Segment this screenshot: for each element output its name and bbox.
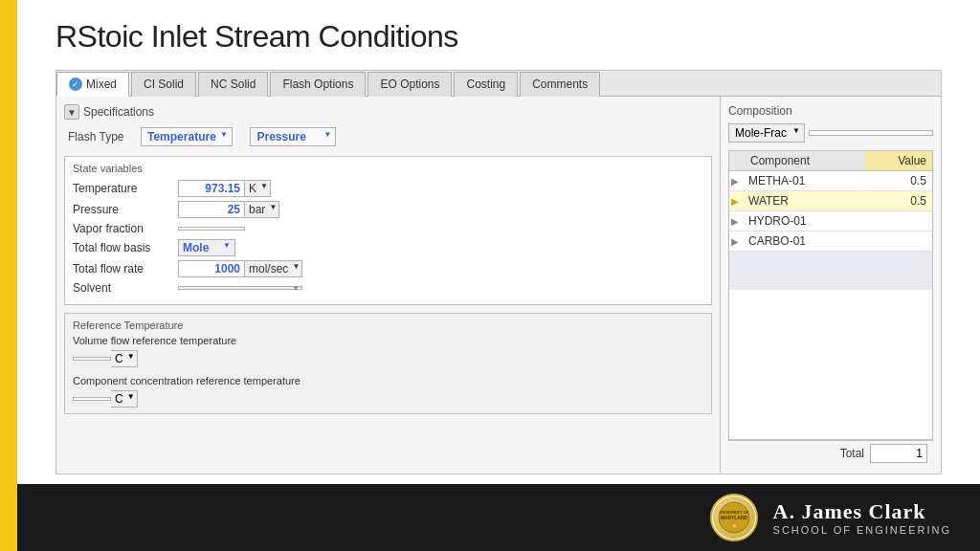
tab-ci-solid[interactable]: CI Solid (131, 72, 196, 97)
vapor-fraction-input[interactable] (178, 227, 245, 231)
comp-value-1[interactable]: 0.5 (865, 191, 932, 210)
comp-arrow-1: ▶ (729, 196, 745, 207)
comp-name-1: WATER (745, 191, 865, 210)
composition-section: Composition Mole-Frac Component Value ▶ … (721, 97, 941, 474)
state-variables-group: State variables Temperature 973.15 K Pre… (64, 156, 712, 305)
composition-type-dropdown[interactable]: Mole-Frac (728, 123, 805, 143)
temperature-row: Temperature 973.15 K (73, 180, 703, 197)
yellow-bar (0, 0, 17, 551)
tab-nc-solid[interactable]: NC Solid (198, 72, 268, 97)
reference-temperature-label: Reference Temperature (73, 320, 703, 331)
solvent-row: Solvent ▼ (73, 281, 703, 295)
comp-row-hydro01[interactable]: ▶ HYDRO-01 (729, 211, 932, 231)
flash-type-row: Flash Type Temperature Pressure (64, 127, 712, 146)
total-flow-rate-input[interactable]: 1000 (178, 260, 245, 277)
tab-comments[interactable]: Comments (520, 72, 600, 97)
vapor-fraction-row: Vapor fraction (73, 222, 703, 235)
comp-conc-ref-label: Component concentration reference temper… (73, 375, 703, 386)
pressure-type-dropdown[interactable]: Pressure (250, 127, 336, 146)
comp-arrow-0: ▶ (729, 176, 745, 187)
total-label: Total (840, 447, 864, 460)
pressure-input[interactable]: 25 (178, 201, 245, 218)
tab-mixed[interactable]: ✓ Mixed (56, 72, 129, 97)
vol-flow-ref-unit[interactable]: C (111, 350, 138, 367)
vol-flow-ref-input[interactable] (73, 357, 111, 361)
component-column-header: Component (745, 151, 865, 170)
vapor-fraction-label: Vapor fraction (73, 222, 178, 235)
temperature-unit-dropdown[interactable]: K (245, 180, 271, 197)
logo-inner: UNIVERSITY OF MARYLAND ⭐ (713, 496, 755, 539)
comp-name-3: CARBO-01 (745, 231, 865, 251)
comp-row-water[interactable]: ▶ WATER 0.5 (729, 191, 932, 211)
svg-text:MARYLAND: MARYLAND (720, 515, 747, 520)
pressure-unit-dropdown[interactable]: bar (245, 201, 279, 218)
tab-eo-options[interactable]: EO Options (368, 72, 452, 97)
comp-arrow-2: ▶ (729, 216, 745, 227)
pressure-label: Pressure (73, 203, 178, 216)
comp-row-carbo01[interactable]: ▶ CARBO-01 (729, 231, 932, 252)
temperature-input[interactable]: 973.15 (178, 180, 245, 197)
collapse-button[interactable]: ▼ (64, 104, 79, 120)
total-flow-basis-row: Total flow basis Mole (73, 239, 703, 256)
total-flow-basis-dropdown[interactable]: Mole (178, 239, 235, 256)
school-name: A. James Clark (773, 499, 951, 524)
university-logo: UNIVERSITY OF MARYLAND ⭐ (710, 494, 758, 541)
tab-flash-options[interactable]: Flash Options (270, 72, 366, 97)
comp-value-2[interactable] (865, 218, 932, 224)
flash-type-label: Flash Type (68, 130, 135, 143)
reference-temperature-group: Reference Temperature Volume flow refere… (64, 313, 712, 414)
panel-body: ▼ Specifications Flash Type Temperature … (56, 97, 941, 474)
total-row: Total 1 (728, 440, 933, 466)
flash-type-dropdown[interactable]: Temperature (141, 127, 233, 146)
comp-name-0: METHA-01 (745, 171, 865, 190)
total-flow-rate-row: Total flow rate 1000 mol/sec (73, 260, 703, 277)
total-flow-basis-label: Total flow basis (73, 241, 178, 254)
state-variables-label: State variables (73, 163, 703, 174)
total-flow-rate-unit-dropdown[interactable]: mol/sec (245, 260, 302, 277)
solvent-dropdown[interactable]: ▼ (178, 286, 302, 290)
tab-costing[interactable]: Costing (454, 72, 518, 97)
pressure-row: Pressure 25 bar (73, 201, 703, 218)
page-title: RStoic Inlet Stream Conditions (56, 19, 942, 55)
comp-conc-ref-input[interactable] (73, 397, 111, 401)
comp-row-metha01[interactable]: ▶ METHA-01 0.5 (729, 171, 932, 191)
specifications-label: Specifications (83, 105, 154, 119)
temperature-label: Temperature (73, 182, 178, 195)
left-section: ▼ Specifications Flash Type Temperature … (56, 97, 721, 474)
footer: UNIVERSITY OF MARYLAND ⭐ A. James Clark … (0, 484, 980, 551)
comp-value-0[interactable]: 0.5 (865, 171, 932, 190)
school-subtitle: SCHOOL OF ENGINEERING (773, 524, 951, 536)
comp-name-2: HYDRO-01 (745, 211, 865, 231)
composition-header: Composition (728, 104, 933, 118)
comp-arrow-3: ▶ (729, 236, 745, 247)
vol-flow-ref-label: Volume flow reference temperature (73, 335, 703, 346)
comp-conc-ref-unit[interactable]: C (111, 390, 138, 408)
check-icon: ✓ (69, 77, 82, 91)
solvent-label: Solvent (73, 281, 178, 295)
comp-value-3[interactable] (865, 238, 932, 244)
tabs-row: ✓ Mixed CI Solid NC Solid Flash Options … (56, 71, 941, 97)
footer-text: A. James Clark SCHOOL OF ENGINEERING (773, 499, 951, 536)
composition-table: Component Value ▶ METHA-01 0.5 ▶ WATER 0… (728, 150, 933, 440)
composition-type-row: Mole-Frac (728, 123, 933, 143)
total-value: 1 (870, 444, 927, 463)
specifications-header: ▼ Specifications (64, 104, 712, 120)
value-column-header: Value (865, 151, 932, 170)
composition-value-input[interactable] (809, 130, 933, 136)
main-panel: ✓ Mixed CI Solid NC Solid Flash Options … (56, 70, 942, 474)
composition-table-header: Component Value (729, 151, 932, 171)
total-flow-rate-label: Total flow rate (73, 262, 178, 276)
